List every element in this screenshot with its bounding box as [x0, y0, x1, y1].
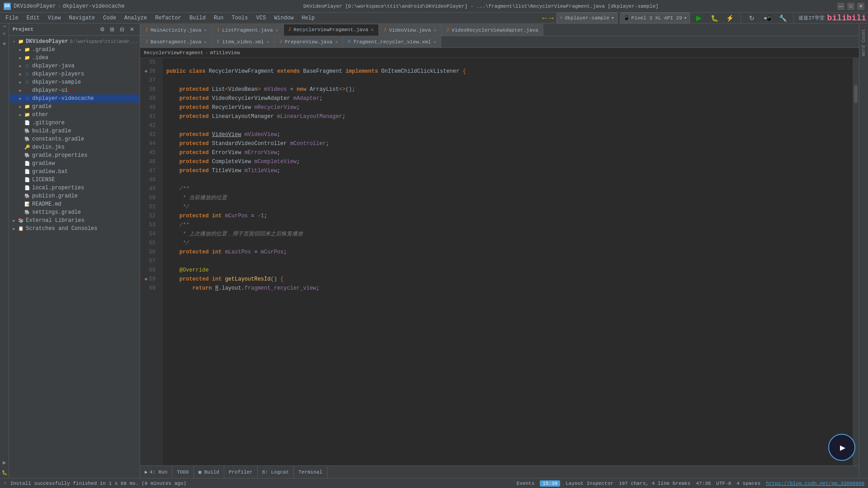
tree-item-dkplayer-sample[interactable]: ▶ □ dkplayer-sample [9, 78, 140, 86]
tab-recyclerview[interactable]: J RecyclerViewFragment.java ✕ [283, 24, 379, 36]
tab-basefragment[interactable]: J BaseFragment.java ✕ [140, 36, 212, 47]
tree-item-dkplayer-videocache[interactable]: ▶ □ dkplayer-videocache [9, 94, 140, 103]
debug-strip-btn[interactable]: 🐛 [0, 468, 9, 476]
sidebar-close-btn[interactable]: ✕ [128, 25, 136, 33]
editor-scrollbar[interactable] [853, 58, 859, 465]
tree-item-gitignore[interactable]: 📄 .gitignore [9, 119, 140, 127]
tree-item-gradlew[interactable]: 📄 gradlew [9, 160, 140, 168]
tree-item-constants-gradle[interactable]: 🐘 constants.gradle [9, 135, 140, 143]
tree-item-settings-gradle[interactable]: 🐘 settings.gradle [9, 208, 140, 216]
tree-item-license[interactable]: 📄 LICENSE [9, 176, 140, 184]
tree-item-dkplayer-java[interactable]: ▶ □ dkplayer-java [9, 62, 140, 70]
dkplayer-videocache-arrow: ▶ [17, 95, 24, 102]
tab-prepareview[interactable]: J PrepareView.java ✕ [274, 36, 343, 47]
tree-item-gradle-properties[interactable]: 🐘 gradle.properties [9, 151, 140, 160]
structure-strip-btn[interactable]: ≡ [0, 29, 9, 38]
sidebar-settings-btn[interactable]: ⚙ [98, 25, 106, 33]
tab-listfragment-close[interactable]: ✕ [276, 28, 278, 33]
encoding-info[interactable]: UTF-8 [716, 481, 731, 486]
bottom-tab-build[interactable]: ▣ Build [194, 466, 224, 479]
sync-button[interactable]: ↻ [745, 12, 758, 24]
device-dropdown[interactable]: 📱 Pixel 3 XL API 29 ▾ [620, 13, 690, 23]
tree-item-publish-gradle[interactable]: 🐘 publish.gradle [9, 192, 140, 200]
tab-recyclerview-icon: J [288, 27, 291, 32]
tab-prepareview-close[interactable]: ✕ [335, 39, 338, 45]
code-content[interactable]: public class RecyclerViewFragment extend… [163, 58, 853, 465]
code-line-48 [166, 175, 849, 184]
sidebar-expand-btn[interactable]: ⊞ [108, 25, 116, 33]
breadcrumb-class[interactable]: RecyclerViewFragment [144, 50, 203, 56]
bottom-tab-profiler[interactable]: Profiler [224, 466, 258, 479]
time-badge[interactable]: 15:38 [540, 480, 560, 487]
breadcrumb-field[interactable]: mTitleView [210, 50, 240, 56]
menu-run[interactable]: Run [210, 14, 227, 22]
tree-item-scratches[interactable]: ▶ 📋 Scratches and Consoles [9, 225, 140, 233]
bilibili-video-widget[interactable]: ▶ [828, 434, 855, 461]
menu-edit[interactable]: Edit [23, 14, 43, 22]
tree-item-dkplayer-ui[interactable]: ▶ □ dkplayer-ui ● [9, 86, 140, 94]
menu-file[interactable]: File [2, 14, 22, 22]
tab-videoadapter[interactable]: J VideoRecyclerViewAdapter.java [441, 24, 543, 36]
sdk-button[interactable]: 🔧 [776, 12, 789, 24]
tree-item-local-properties[interactable]: 📄 local.properties [9, 184, 140, 192]
tree-item-gradle-dot[interactable]: ▶ 📁 .gradle [9, 46, 140, 54]
line-ending-info[interactable]: 4 spaces [736, 481, 760, 486]
menu-window[interactable]: Window [270, 14, 297, 22]
tree-item-devlin-jks[interactable]: 🔑 devlin.jks [9, 143, 140, 151]
tree-item-dkplayer-players[interactable]: ▶ □ dkplayer-players [9, 70, 140, 78]
nav-forward-icon[interactable]: → [549, 14, 554, 23]
tab-listfragment[interactable]: J ListFragment.java ✕ [212, 24, 283, 36]
tree-item-readme[interactable]: 📝 README.md [9, 200, 140, 208]
tree-item-gradlew-bat[interactable]: 📄 gradlew.bat [9, 168, 140, 176]
run-button[interactable]: ▶ [693, 12, 705, 24]
tab-item-video-xml-close[interactable]: ✕ [267, 39, 269, 45]
tab-mainactivity-close[interactable]: ✕ [204, 28, 207, 33]
menu-view[interactable]: View [44, 14, 65, 22]
tab-item-video-xml[interactable]: X item_video.xml ✕ [212, 36, 274, 47]
tree-item-idea[interactable]: ▶ 📁 .idea [9, 54, 140, 62]
maximize-button[interactable]: □ [847, 3, 854, 10]
code-line-45: protected ErrorView mErrorView; [166, 148, 849, 157]
bottom-tab-todo[interactable]: TODO [172, 466, 193, 479]
close-button[interactable]: ✕ [857, 3, 864, 10]
breadcrumb-sep1: › [58, 3, 61, 9]
blog-link[interactable]: https://blog.csdn.net/qq_33608000 [766, 481, 864, 486]
tab-fragment-recycler-xml-close[interactable]: ✕ [434, 39, 436, 45]
project-strip-btn[interactable]: 1 [2, 25, 7, 28]
tree-item-external-libs[interactable]: ▶ 📚 External Libraries [9, 216, 140, 225]
tab-videoview-close[interactable]: ✕ [434, 28, 436, 33]
tab-videoview[interactable]: J VideoView.java ✕ [379, 24, 441, 36]
favorites-strip-btn[interactable]: ★ [0, 39, 9, 47]
bottom-tab-logcat[interactable]: 6: Logcat [258, 466, 294, 479]
menu-navigate[interactable]: Navigate [65, 14, 99, 22]
tab-mainactivity[interactable]: J MainActivity.java ✕ [140, 24, 212, 36]
profile-button[interactable]: ⚡ [723, 12, 736, 24]
avd-button[interactable]: 📲 [761, 12, 774, 24]
toolbar-right: ← → ⑂ dkplayer-sample ▾ 📱 Pixel 3 XL API… [542, 12, 866, 24]
debug-button[interactable]: 🐛 [708, 12, 721, 24]
run-strip-btn[interactable]: ▶ [0, 458, 9, 466]
tree-item-other[interactable]: ▶ 📁 other [9, 111, 140, 119]
tab-basefragment-close[interactable]: ✕ [204, 39, 207, 45]
menu-refactor[interactable]: Refactor [151, 14, 185, 22]
branch-dropdown[interactable]: ⑂ dkplayer-sample ▾ [557, 13, 618, 23]
bottom-tab-run[interactable]: ▶ 4: Run [140, 466, 172, 479]
devlin-jks-label: devlin.jks [32, 144, 65, 150]
tab-fragment-recycler-xml[interactable]: X fragment_recycler_view.xml ✕ [343, 36, 441, 47]
menu-code[interactable]: Code [99, 14, 120, 22]
tab-recyclerview-close[interactable]: ✕ [371, 27, 374, 33]
menu-tools[interactable]: Tools [228, 14, 252, 22]
layout-inspector-label[interactable]: Layout Inspector [566, 481, 613, 486]
tree-item-gradle-folder[interactable]: ▶ 📁 gradle [9, 103, 140, 111]
minimize-button[interactable]: — [837, 3, 844, 10]
sidebar-collapse-btn[interactable]: ⊟ [118, 25, 126, 33]
bottom-tab-terminal[interactable]: Terminal [294, 466, 327, 479]
menu-build[interactable]: Build [186, 14, 209, 22]
nav-back-icon[interactable]: ← [542, 14, 547, 23]
tree-root-project[interactable]: ▾ 📁 DKVideoPlayer D:\workspace\ttit\andr… [9, 38, 140, 46]
settings-gradle-label: settings.gradle [32, 209, 81, 216]
menu-vcs[interactable]: VCS [253, 14, 270, 22]
menu-analyze[interactable]: Analyze [121, 14, 151, 22]
menu-help[interactable]: Help [298, 14, 318, 22]
tree-item-build-gradle[interactable]: 🐘 build.gradle [9, 127, 140, 135]
